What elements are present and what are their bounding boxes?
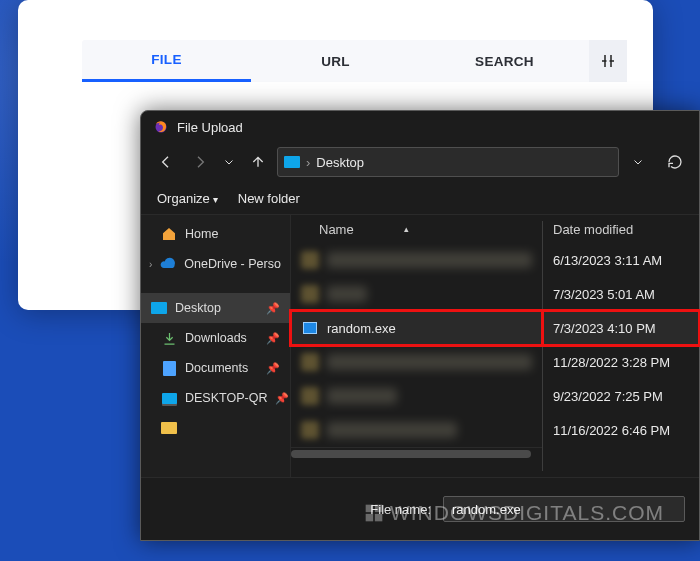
file-name-blurred: [327, 388, 397, 404]
file-name-blurred: [327, 422, 457, 438]
scrollbar-thumb[interactable]: [291, 450, 531, 458]
cloud-icon: [160, 256, 176, 272]
sidebar-item-label: Home: [185, 227, 218, 241]
new-folder-button[interactable]: New folder: [238, 191, 300, 206]
organize-menu[interactable]: Organize▾: [157, 191, 218, 206]
home-icon: [161, 226, 177, 242]
file-date: 9/23/2022 7:25 PM: [543, 379, 699, 413]
sidebar-item-label: Downloads: [185, 331, 247, 345]
sidebar-item-desktop[interactable]: Desktop 📌: [141, 293, 290, 323]
tab-file[interactable]: FILE: [82, 40, 251, 82]
watermark: WINDOWSDIGITALS.COM: [364, 501, 664, 525]
nav-recent-button[interactable]: [219, 147, 239, 177]
sidebar-item-documents[interactable]: Documents 📌: [141, 353, 290, 383]
pc-icon: [162, 393, 177, 404]
dialog-titlebar: File Upload: [141, 111, 699, 143]
sidebar-item-downloads[interactable]: Downloads 📌: [141, 323, 290, 353]
arrow-right-icon: [192, 154, 208, 170]
sidebar-item-label: Desktop: [175, 301, 221, 315]
chevron-down-icon: [223, 156, 235, 168]
organize-label: Organize: [157, 191, 210, 206]
new-folder-label: New folder: [238, 191, 300, 206]
file-date: 6/13/2023 3:11 AM: [543, 243, 699, 277]
pin-icon: 📌: [266, 332, 280, 345]
file-row[interactable]: [291, 243, 542, 277]
svg-rect-2: [375, 505, 383, 513]
file-date: 11/28/2022 3:28 PM: [543, 345, 699, 379]
upload-tabs: FILE URL SEARCH: [82, 40, 627, 82]
download-icon: [161, 330, 177, 346]
sidebar-item-home[interactable]: Home: [141, 219, 290, 249]
file-row-selected[interactable]: random.exe: [291, 311, 542, 345]
tab-url[interactable]: URL: [251, 40, 420, 82]
nav-up-button[interactable]: [243, 147, 273, 177]
horizontal-scrollbar[interactable]: [291, 447, 542, 459]
file-date: 7/3/2023 4:10 PM: [543, 311, 699, 345]
file-name-blurred: [327, 252, 532, 268]
breadcrumb[interactable]: › Desktop: [277, 147, 619, 177]
svg-rect-4: [375, 514, 383, 522]
file-icon: [301, 353, 319, 371]
column-header-date[interactable]: Date modified: [543, 215, 699, 243]
file-name-blurred: [327, 286, 367, 302]
folder-icon: [161, 422, 177, 434]
dialog-navbar: › Desktop: [141, 143, 699, 185]
tab-search[interactable]: SEARCH: [420, 40, 589, 82]
file-icon: [301, 251, 319, 269]
documents-icon: [163, 361, 176, 376]
sidebar-item-label: OneDrive - Perso: [184, 257, 281, 271]
column-header-date-label: Date modified: [553, 222, 633, 237]
tab-settings-button[interactable]: [589, 40, 627, 82]
arrow-left-icon: [158, 154, 174, 170]
watermark-text: WINDOWSDIGITALS.COM: [390, 501, 664, 525]
file-row[interactable]: [291, 413, 542, 447]
pin-icon: 📌: [266, 362, 280, 375]
tab-url-label: URL: [321, 54, 350, 69]
sidebar-item-label: DESKTOP-QR: [185, 391, 267, 405]
sidebar-item-onedrive[interactable]: › OneDrive - Perso: [141, 249, 290, 279]
breadcrumb-location: Desktop: [316, 155, 364, 170]
sliders-icon: [599, 52, 617, 70]
firefox-icon: [153, 119, 169, 135]
sidebar-item-desktop-qr[interactable]: DESKTOP-QR 📌: [141, 383, 290, 413]
refresh-button[interactable]: [661, 148, 689, 176]
file-upload-dialog: File Upload › Desktop Organize▾ New fold…: [140, 110, 700, 541]
nav-forward-button[interactable]: [185, 147, 215, 177]
svg-rect-1: [366, 505, 374, 513]
caret-down-icon: ▾: [213, 194, 218, 205]
column-header-name-label: Name: [319, 222, 354, 237]
file-name: random.exe: [327, 321, 396, 336]
file-row[interactable]: [291, 345, 542, 379]
file-icon: [301, 285, 319, 303]
arrow-up-icon: [250, 154, 266, 170]
sidebar-item-folder[interactable]: [141, 413, 290, 443]
nav-back-button[interactable]: [151, 147, 181, 177]
exe-icon: [301, 319, 319, 337]
tab-search-label: SEARCH: [475, 54, 534, 69]
file-icon: [301, 421, 319, 439]
breadcrumb-sep-icon: ›: [306, 155, 310, 170]
svg-rect-3: [366, 514, 374, 522]
file-list: Name▴ random.exe Date modified 6/13/2023…: [291, 215, 699, 477]
dialog-toolbar: Organize▾ New folder: [141, 185, 699, 215]
breadcrumb-dropdown-button[interactable]: [623, 147, 653, 177]
desktop-icon: [151, 302, 167, 314]
file-date: 11/16/2022 6:46 PM: [543, 413, 699, 447]
desktop-icon: [284, 156, 300, 168]
file-row[interactable]: [291, 379, 542, 413]
file-name-blurred: [327, 354, 532, 370]
pin-icon: 📌: [266, 302, 280, 315]
tab-file-label: FILE: [151, 52, 181, 67]
refresh-icon: [667, 154, 683, 170]
sidebar-item-label: Documents: [185, 361, 248, 375]
windows-logo-icon: [364, 503, 384, 523]
file-icon: [301, 387, 319, 405]
file-date: 7/3/2023 5:01 AM: [543, 277, 699, 311]
pin-icon: 📌: [275, 392, 289, 405]
file-row[interactable]: [291, 277, 542, 311]
dialog-title: File Upload: [177, 120, 243, 135]
sort-asc-icon: ▴: [404, 224, 409, 234]
column-header-name[interactable]: Name▴: [291, 215, 542, 243]
sidebar: Home › OneDrive - Perso Desktop 📌 Downlo…: [141, 215, 291, 477]
chevron-right-icon: ›: [149, 259, 152, 270]
